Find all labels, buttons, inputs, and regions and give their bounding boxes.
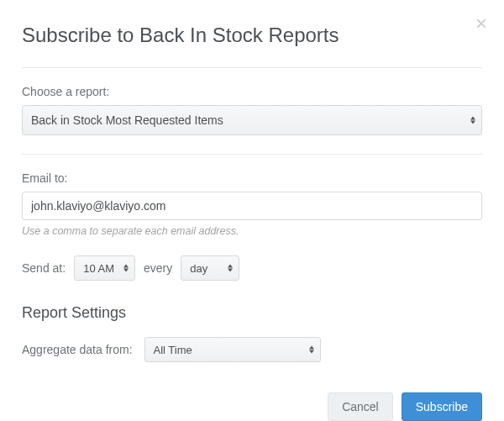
- every-label: every: [144, 261, 172, 275]
- report-select[interactable]: Back in Stock Most Requested Items: [22, 105, 482, 135]
- report-label: Choose a report:: [22, 85, 482, 98]
- email-section: Email to: Use a comma to separate each e…: [22, 171, 482, 237]
- report-settings-heading: Report Settings: [22, 304, 482, 322]
- email-hint: Use a comma to separate each email addre…: [22, 225, 482, 237]
- subscribe-button[interactable]: Subscribe: [402, 392, 482, 421]
- time-select[interactable]: 10 AM: [74, 255, 135, 281]
- close-icon[interactable]: ×: [475, 13, 487, 34]
- email-input[interactable]: [22, 192, 482, 220]
- frequency-select-value: day: [190, 262, 207, 275]
- frequency-select[interactable]: day: [181, 255, 239, 281]
- subscribe-modal: × Subscribe to Back In Stock Reports Cho…: [0, 0, 504, 421]
- cancel-button[interactable]: Cancel: [328, 392, 393, 421]
- report-section: Choose a report: Back in Stock Most Requ…: [22, 85, 482, 135]
- divider: [22, 154, 482, 155]
- modal-footer: Cancel Subscribe: [22, 392, 482, 421]
- report-select-value: Back in Stock Most Requested Items: [31, 113, 223, 127]
- time-select-value: 10 AM: [83, 262, 114, 275]
- aggregate-row: Aggregate data from: All Time: [22, 337, 482, 362]
- send-at-label: Send at:: [22, 261, 66, 275]
- email-label: Email to:: [22, 171, 482, 185]
- aggregate-label: Aggregate data from:: [22, 343, 133, 356]
- aggregate-select[interactable]: All Time: [144, 337, 321, 362]
- divider: [22, 67, 482, 68]
- aggregate-select-value: All Time: [154, 344, 192, 356]
- modal-title: Subscribe to Back In Stock Reports: [22, 24, 482, 47]
- schedule-row: Send at: 10 AM every day: [22, 255, 482, 281]
